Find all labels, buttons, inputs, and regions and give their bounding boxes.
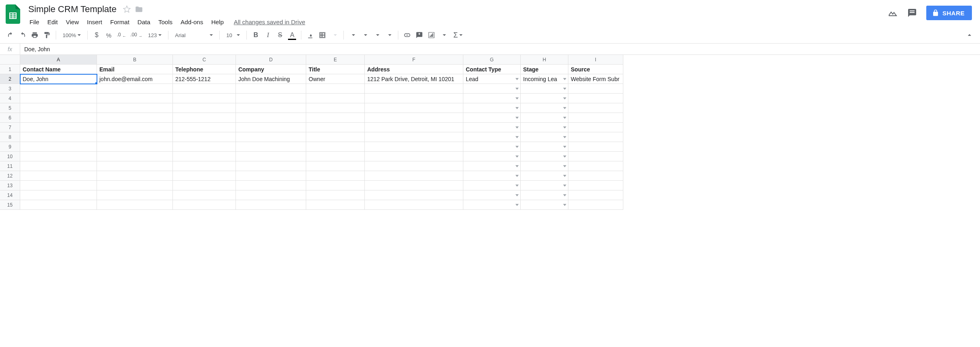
cell-D12[interactable] (236, 171, 306, 181)
formula-input[interactable]: Doe, John (20, 46, 980, 52)
cell-G2[interactable]: Lead (463, 74, 521, 84)
cell-G9[interactable] (463, 142, 521, 152)
cell-E5[interactable] (306, 103, 365, 113)
dropdown-arrow-icon[interactable] (563, 107, 566, 109)
cell-D15[interactable] (236, 200, 306, 210)
star-icon[interactable] (123, 5, 131, 13)
cell-H5[interactable] (521, 103, 568, 113)
cell-G14[interactable] (463, 190, 521, 200)
cell-B1[interactable]: Email (97, 65, 173, 74)
cell-B6[interactable] (97, 113, 173, 123)
menu-insert[interactable]: Insert (83, 17, 106, 27)
cell-C10[interactable] (173, 152, 236, 161)
row-header-9[interactable]: 9 (0, 142, 20, 152)
merge-cells-button[interactable] (329, 29, 340, 41)
cell-C6[interactable] (173, 113, 236, 123)
cell-H7[interactable] (521, 123, 568, 132)
cell-F8[interactable] (365, 132, 463, 142)
cell-E3[interactable] (306, 84, 365, 94)
cell-A5[interactable] (20, 103, 97, 113)
insert-comment-button[interactable] (414, 29, 425, 41)
borders-button[interactable] (317, 29, 328, 41)
cell-I4[interactable] (568, 94, 623, 103)
select-all-corner[interactable] (0, 55, 20, 65)
cell-A8[interactable] (20, 132, 97, 142)
cell-H12[interactable] (521, 171, 568, 181)
cell-G6[interactable] (463, 113, 521, 123)
activity-icon[interactable] (887, 8, 898, 18)
cell-I15[interactable] (568, 200, 623, 210)
font-size-dropdown[interactable]: 10 (223, 29, 243, 41)
cell-B8[interactable] (97, 132, 173, 142)
cell-B13[interactable] (97, 181, 173, 190)
dropdown-arrow-icon[interactable] (563, 78, 566, 80)
cell-H11[interactable] (521, 161, 568, 171)
print-button[interactable] (29, 29, 40, 41)
col-header-G[interactable]: G (463, 55, 521, 65)
text-wrap-button[interactable] (371, 29, 383, 41)
cell-E4[interactable] (306, 94, 365, 103)
cell-H1[interactable]: Stage (521, 65, 568, 74)
bold-button[interactable]: B (250, 29, 261, 41)
cell-F13[interactable] (365, 181, 463, 190)
menu-add-ons[interactable]: Add-ons (177, 17, 207, 27)
cell-G5[interactable] (463, 103, 521, 113)
row-header-13[interactable]: 13 (0, 181, 20, 190)
cell-I8[interactable] (568, 132, 623, 142)
dropdown-arrow-icon[interactable] (563, 194, 566, 196)
row-header-6[interactable]: 6 (0, 113, 20, 123)
decrease-decimal-button[interactable]: .0 ← (115, 29, 128, 41)
cell-I11[interactable] (568, 161, 623, 171)
row-header-14[interactable]: 14 (0, 190, 20, 200)
cell-B15[interactable] (97, 200, 173, 210)
dropdown-arrow-icon[interactable] (563, 175, 566, 177)
cell-I2[interactable]: Website Form Subr (568, 74, 623, 84)
cell-G8[interactable] (463, 132, 521, 142)
cell-A2[interactable]: Doe, John (20, 74, 97, 84)
horizontal-align-button[interactable] (347, 29, 358, 41)
sheets-logo-icon[interactable] (5, 3, 21, 25)
cell-C9[interactable] (173, 142, 236, 152)
cell-D14[interactable] (236, 190, 306, 200)
cell-F5[interactable] (365, 103, 463, 113)
cell-A12[interactable] (20, 171, 97, 181)
cell-I7[interactable] (568, 123, 623, 132)
text-color-button[interactable]: A (286, 29, 298, 41)
dropdown-arrow-icon[interactable] (515, 88, 519, 90)
text-rotation-button[interactable] (383, 29, 395, 41)
cell-F2[interactable]: 1212 Park Drive, Detroit, MI 10201 (365, 74, 463, 84)
cell-C8[interactable] (173, 132, 236, 142)
spreadsheet-grid[interactable]: ABCDEFGHI1Contact NameEmailTelephoneComp… (0, 55, 980, 210)
cell-F12[interactable] (365, 171, 463, 181)
cell-A15[interactable] (20, 200, 97, 210)
cell-F6[interactable] (365, 113, 463, 123)
folder-icon[interactable] (135, 5, 143, 13)
italic-button[interactable]: I (262, 29, 273, 41)
cell-G15[interactable] (463, 200, 521, 210)
cell-E13[interactable] (306, 181, 365, 190)
col-header-B[interactable]: B (97, 55, 173, 65)
fill-color-button[interactable] (305, 29, 316, 41)
dropdown-arrow-icon[interactable] (515, 165, 519, 167)
dropdown-arrow-icon[interactable] (563, 126, 566, 128)
cell-H10[interactable] (521, 152, 568, 161)
row-header-1[interactable]: 1 (0, 65, 20, 74)
cell-E7[interactable] (306, 123, 365, 132)
cell-H15[interactable] (521, 200, 568, 210)
col-header-I[interactable]: I (568, 55, 623, 65)
cell-I12[interactable] (568, 171, 623, 181)
cell-I6[interactable] (568, 113, 623, 123)
cell-I10[interactable] (568, 152, 623, 161)
cell-E2[interactable]: Owner (306, 74, 365, 84)
cell-G3[interactable] (463, 84, 521, 94)
cell-B12[interactable] (97, 171, 173, 181)
cell-A6[interactable] (20, 113, 97, 123)
cell-E15[interactable] (306, 200, 365, 210)
cell-I1[interactable]: Source (568, 65, 623, 74)
cell-E8[interactable] (306, 132, 365, 142)
insert-link-button[interactable] (402, 29, 413, 41)
cell-D7[interactable] (236, 123, 306, 132)
cell-C7[interactable] (173, 123, 236, 132)
zoom-dropdown[interactable]: 100% (59, 29, 84, 41)
dropdown-arrow-icon[interactable] (563, 136, 566, 138)
